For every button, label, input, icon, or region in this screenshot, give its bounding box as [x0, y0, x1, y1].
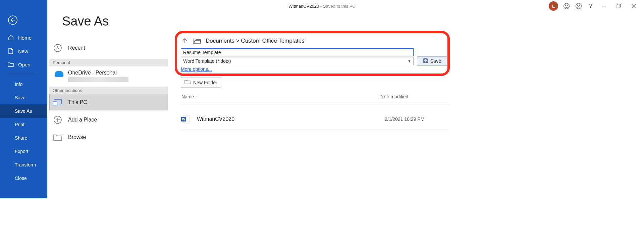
sidebar-item-share[interactable]: Share — [0, 131, 47, 145]
save-disk-icon — [423, 58, 428, 64]
section-header-personal: Personal — [49, 59, 168, 66]
location-label: This PC — [68, 99, 87, 105]
onedrive-account-placeholder — [68, 77, 128, 82]
new-folder-icon — [184, 79, 191, 86]
location-label: OneDrive - Personal — [68, 70, 128, 76]
location-column: Save As Recent Personal OneDrive - Perso… — [47, 0, 175, 198]
sidebar-item-close[interactable]: Close — [0, 172, 47, 185]
smiley-face-icon[interactable] — [563, 2, 570, 10]
sidebar-item-home[interactable]: Home — [0, 31, 47, 44]
chevron-down-icon: ▼ — [408, 59, 411, 63]
svg-point-4 — [566, 5, 566, 6]
column-header-date[interactable]: Date modified — [379, 94, 408, 99]
more-options-link[interactable]: More options... — [181, 66, 212, 72]
sidebar-item-export[interactable]: Export — [0, 145, 47, 158]
open-folder-icon — [7, 61, 14, 68]
sidebar-label: Transform — [15, 162, 36, 167]
location-label: Recent — [68, 45, 85, 51]
window-close-button[interactable] — [629, 3, 639, 9]
sidebar-label: Share — [15, 135, 27, 141]
user-avatar[interactable]: E — [549, 1, 558, 11]
column-header-name[interactable]: Name ↑ — [181, 94, 379, 99]
sidebar-label: Open — [18, 62, 31, 67]
sidebar-item-save[interactable]: Save — [0, 91, 47, 104]
file-list-header: Name ↑ Date modified — [181, 94, 446, 99]
sidebar-item-save-as[interactable]: Save As — [0, 104, 47, 118]
word-document-icon: W — [180, 114, 190, 124]
svg-point-5 — [568, 5, 568, 6]
sidebar-item-transform[interactable]: Transform — [0, 158, 47, 172]
svg-point-6 — [576, 3, 582, 9]
open-folder-icon[interactable] — [193, 38, 201, 44]
this-pc-icon — [53, 97, 63, 107]
svg-rect-16 — [425, 61, 427, 63]
sidebar-label: Print — [15, 122, 24, 127]
svg-point-7 — [578, 5, 578, 6]
location-label: Add a Place — [68, 117, 97, 123]
section-header-other: Other locations — [49, 87, 168, 94]
sidebar-item-print[interactable]: Print — [0, 118, 47, 131]
svg-point-3 — [564, 3, 570, 9]
location-add-place[interactable]: Add a Place — [49, 112, 168, 128]
sad-face-icon[interactable] — [575, 2, 582, 10]
svg-rect-14 — [53, 102, 57, 105]
help-icon[interactable]: ? — [587, 3, 594, 9]
save-button[interactable]: Save — [417, 56, 447, 66]
location-onedrive[interactable]: OneDrive - Personal — [49, 66, 168, 82]
breadcrumb[interactable]: Documents > Custom Office Templates — [206, 38, 305, 44]
sidebar-separator — [7, 74, 36, 74]
filename-input[interactable] — [181, 48, 414, 56]
sidebar-label: Save — [15, 95, 25, 100]
window-title-document: WitmanCV2020 — [288, 4, 319, 9]
location-browse[interactable]: Browse — [49, 129, 168, 145]
file-list-item[interactable]: W WitmanCV2020 2/1/2021 10:29 PM — [180, 114, 448, 124]
svg-text:W: W — [182, 117, 185, 121]
svg-rect-17 — [425, 59, 426, 60]
page-title: Save As — [62, 14, 175, 29]
window-title-suffix: - Saved to this PC — [319, 4, 355, 9]
onedrive-cloud-icon — [55, 71, 63, 77]
sidebar-item-open[interactable]: Open — [0, 58, 47, 71]
recent-clock-icon — [53, 43, 63, 53]
filetype-value: Word Template (*.dotx) — [183, 58, 231, 64]
svg-rect-10 — [617, 5, 620, 8]
add-place-icon — [53, 115, 63, 125]
row-divider — [180, 130, 448, 130]
folder-icon — [53, 132, 63, 142]
new-folder-label: New Folder — [193, 80, 217, 85]
location-this-pc[interactable]: This PC — [49, 94, 168, 110]
sidebar-label: Info — [15, 82, 22, 87]
sidebar-label: Close — [15, 176, 27, 181]
location-recent[interactable]: Recent — [49, 40, 168, 56]
window-restore-button[interactable] — [614, 3, 624, 9]
sidebar-item-new[interactable]: New — [0, 44, 47, 58]
sidebar-label: Export — [15, 149, 28, 154]
save-button-label: Save — [430, 58, 441, 64]
new-doc-icon — [7, 48, 14, 54]
file-date: 2/1/2021 10:29 PM — [385, 116, 448, 122]
filetype-select[interactable]: Word Template (*.dotx) ▼ — [181, 57, 414, 65]
location-label: Browse — [68, 134, 86, 140]
sidebar-item-info[interactable]: Info — [0, 78, 47, 91]
svg-point-8 — [580, 5, 580, 6]
header-divider — [180, 104, 448, 104]
backstage-sidebar: Home New Open Info Save Save As Print Sh… — [0, 0, 47, 198]
window-minimize-button[interactable] — [599, 3, 609, 9]
sidebar-label: New — [18, 48, 28, 54]
back-button[interactable] — [6, 13, 19, 27]
sidebar-label: Save As — [15, 108, 32, 114]
up-arrow-icon[interactable] — [181, 38, 188, 44]
sidebar-label: Home — [18, 35, 32, 41]
home-icon — [7, 34, 14, 41]
file-name: WitmanCV2020 — [197, 116, 385, 122]
sort-ascending-icon: ↑ — [196, 94, 198, 99]
new-folder-button[interactable]: New Folder — [181, 77, 221, 88]
